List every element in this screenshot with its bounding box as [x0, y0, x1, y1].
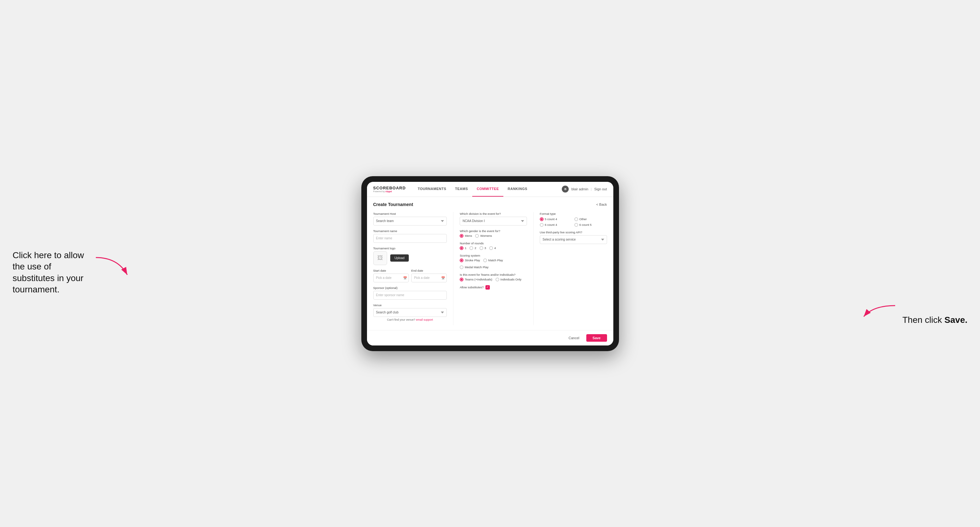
teams-individuals-teams[interactable]: Teams (+Individuals): [460, 278, 492, 281]
tournament-host-select[interactable]: Search team: [373, 217, 447, 225]
nav-committee[interactable]: COMMITTEE: [472, 182, 503, 197]
rounds-1-radio[interactable]: [460, 246, 463, 250]
gender-womens-radio[interactable]: [475, 234, 479, 238]
scoring-api-label: Use third-party live scoring API?: [540, 230, 607, 234]
format-6count4[interactable]: 6 count 4: [540, 223, 573, 227]
avatar: B: [562, 186, 569, 192]
save-button[interactable]: Save: [586, 334, 607, 342]
navbar: SCOREBOARD Powered by clippd TOURNAMENTS…: [367, 182, 613, 197]
tournament-logo-group: Tournament logo 🖼 Upload: [373, 246, 447, 265]
gender-mens-radio[interactable]: [460, 234, 463, 238]
individuals-label: Individuals Only: [501, 278, 522, 281]
end-date-label: End date: [411, 269, 447, 272]
medal-match-play-label: Medal Match Play: [465, 265, 488, 269]
venue-select-wrapper: Search golf club: [373, 308, 447, 317]
division-group: Which division is the event for? NCAA Di…: [460, 212, 527, 225]
rounds-4[interactable]: 4: [489, 246, 496, 250]
scoring-api-select-wrapper: Select a scoring service: [540, 235, 607, 244]
rounds-3[interactable]: 3: [479, 246, 486, 250]
scoring-api-select[interactable]: Select a scoring service: [540, 235, 607, 244]
tournament-logo-label: Tournament logo: [373, 246, 447, 250]
teams-individuals-label: Is this event for Teams and/or Individua…: [460, 273, 527, 276]
allow-substitutes-checkbox[interactable]: ✓: [485, 285, 490, 290]
scoring-match-play[interactable]: Match Play: [483, 259, 503, 262]
individuals-radio[interactable]: [495, 278, 499, 281]
end-date-input[interactable]: [411, 273, 447, 283]
format-other[interactable]: Other: [574, 217, 607, 221]
format-6count5-radio[interactable]: [574, 223, 578, 227]
match-play-radio[interactable]: [483, 259, 487, 262]
gender-womens-label: Womens: [480, 234, 492, 237]
scoring-system-radio-group: Stroke Play Match Play Medal Match Play: [460, 259, 527, 269]
scoring-system-group: Scoring system Stroke Play Match Play: [460, 254, 527, 269]
sign-out-link[interactable]: Sign out: [594, 187, 607, 191]
page-title: Create Tournament: [373, 202, 413, 207]
upload-button[interactable]: Upload: [390, 254, 409, 262]
page-content: Create Tournament < Back Tournament Host…: [367, 197, 613, 330]
end-date-wrapper: 📅: [411, 273, 447, 283]
date-row: Start date 📅 End date 📅: [373, 269, 447, 283]
gender-mens[interactable]: Mens: [460, 234, 472, 238]
image-icon: 🖼: [377, 255, 383, 261]
form-col-3: Format type 5 count 4 Other: [533, 212, 607, 325]
right-annotation: Then click Save.: [902, 314, 967, 326]
form-footer: Cancel Save: [367, 330, 613, 346]
rounds-4-radio[interactable]: [489, 246, 493, 250]
scoring-stroke-play[interactable]: Stroke Play: [460, 259, 480, 262]
medal-match-play-radio[interactable]: [460, 265, 463, 269]
tournament-name-input[interactable]: [373, 234, 447, 243]
nav-username: blair admin: [571, 187, 588, 191]
scoring-medal-match-play[interactable]: Medal Match Play: [460, 265, 488, 269]
logo-upload-area: 🖼 Upload: [373, 251, 447, 265]
logo-scoreboard-text: SCOREBOARD: [373, 186, 406, 190]
division-select[interactable]: NCAA Division I: [460, 217, 527, 225]
left-annotation: Click here to allow the use of substitut…: [13, 250, 94, 295]
format-5count4-radio[interactable]: [540, 217, 544, 221]
division-select-wrapper: NCAA Division I: [460, 217, 527, 225]
match-play-label: Match Play: [488, 259, 503, 262]
tournament-name-group: Tournament name: [373, 229, 447, 243]
format-5count4[interactable]: 5 count 4: [540, 217, 573, 221]
nav-links: TOURNAMENTS TEAMS COMMITTEE RANKINGS: [413, 182, 562, 197]
rounds-radio-group: 1 2 3: [460, 246, 527, 250]
gender-womens[interactable]: Womens: [475, 234, 492, 238]
scoring-system-label: Scoring system: [460, 254, 527, 257]
right-arrow-icon: [861, 302, 898, 321]
nav-rankings[interactable]: RANKINGS: [503, 182, 532, 197]
email-support-link[interactable]: email support: [416, 318, 433, 321]
start-date-group: Start date 📅: [373, 269, 409, 283]
nav-tournaments[interactable]: TOURNAMENTS: [413, 182, 450, 197]
teams-radio[interactable]: [460, 278, 463, 281]
start-date-label: Start date: [373, 269, 409, 272]
format-other-radio[interactable]: [574, 217, 578, 221]
back-link[interactable]: < Back: [597, 203, 607, 206]
teams-label: Teams (+Individuals): [465, 278, 492, 281]
stroke-play-radio[interactable]: [460, 259, 463, 262]
end-date-group: End date 📅: [411, 269, 447, 283]
venue-select[interactable]: Search golf club: [373, 308, 447, 317]
gender-label: Which gender is the event for?: [460, 229, 527, 233]
form-col-1: Tournament Host Search team Tournament n…: [373, 212, 447, 325]
teams-individuals-group: Is this event for Teams and/or Individua…: [460, 273, 527, 281]
rounds-2-radio[interactable]: [469, 246, 473, 250]
cancel-button[interactable]: Cancel: [564, 334, 584, 342]
division-label: Which division is the event for?: [460, 212, 527, 216]
teams-individuals-individuals[interactable]: Individuals Only: [495, 278, 522, 281]
tablet-frame: SCOREBOARD Powered by clippd TOURNAMENTS…: [361, 176, 619, 351]
rounds-3-radio[interactable]: [479, 246, 483, 250]
format-6count5-label: 6 count 5: [579, 223, 592, 227]
tablet-screen: SCOREBOARD Powered by clippd TOURNAMENTS…: [367, 182, 613, 346]
tournament-host-group: Tournament Host Search team: [373, 212, 447, 225]
format-6count4-radio[interactable]: [540, 223, 544, 227]
rounds-1[interactable]: 1: [460, 246, 466, 250]
allow-substitutes-group: Allow substitutes? ✓: [460, 285, 527, 290]
sponsor-label: Sponsor (optional): [373, 286, 447, 290]
nav-teams[interactable]: TEAMS: [450, 182, 472, 197]
start-date-input[interactable]: [373, 273, 409, 283]
logo: SCOREBOARD Powered by clippd: [373, 186, 406, 192]
format-6count5[interactable]: 6 count 5: [574, 223, 607, 227]
page-header: Create Tournament < Back: [373, 202, 607, 207]
sponsor-input[interactable]: [373, 291, 447, 300]
rounds-1-label: 1: [465, 246, 466, 250]
rounds-2[interactable]: 2: [469, 246, 476, 250]
